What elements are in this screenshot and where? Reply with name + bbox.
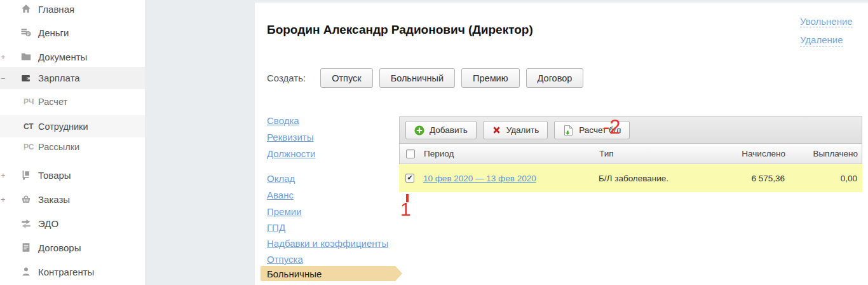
employee-action-links: Увольнение Удаление [800, 16, 853, 46]
row-checkbox[interactable] [405, 174, 414, 183]
svg-text:₽: ₽ [27, 32, 29, 36]
subitem-prefix: РЧ [24, 97, 36, 106]
calc-sick-leave-doc-icon [563, 125, 574, 136]
sidebar-item-glavnaya[interactable]: Главная [0, 0, 145, 20]
col-period: Период [421, 149, 599, 158]
delete-cross-icon [492, 125, 501, 135]
period-link[interactable]: 10 фев 2020 — 13 фев 2020 [423, 174, 536, 183]
submenu-gpd[interactable]: ГПД [267, 222, 285, 233]
goods-cart-icon [20, 169, 32, 181]
dismissal-link[interactable]: Увольнение [800, 16, 853, 27]
expand-plus-icon[interactable]: + [1, 171, 6, 179]
sidebar-subitem-label: Расчет [38, 97, 67, 107]
contracts-document-icon [20, 241, 32, 254]
select-all-checkbox[interactable] [406, 149, 415, 158]
sidebar-item-label: Деньги [38, 27, 69, 38]
sidebar-item-zakazy[interactable]: + Заказы [0, 188, 145, 210]
add-plus-icon [414, 125, 424, 136]
sidebar-item-dengi[interactable]: ₽ Деньги [0, 22, 145, 43]
create-contract-button[interactable]: Договор [526, 68, 584, 88]
submenu-oklad[interactable]: Оклад [267, 173, 295, 184]
table-row[interactable]: 10 фев 2020 — 13 фев 2020 Б/Л заболевани… [399, 164, 862, 192]
app-root: Главная ₽ Деньги + Документы − Зарплата … [0, 0, 868, 285]
sidebar-subitem-raschet[interactable]: РЧ Расчет [0, 91, 145, 113]
sidebar-subitem-label: Сотрудники [38, 122, 88, 132]
submenu-svodka[interactable]: Сводка [267, 115, 299, 126]
sidebar-item-dokumenty[interactable]: + Документы [0, 46, 145, 67]
sidebar: Главная ₽ Деньги + Документы − Зарплата … [0, 0, 145, 285]
sidebar-item-label: Главная [38, 4, 74, 15]
sidebar-item-tovary[interactable]: + Товары [0, 164, 145, 186]
col-type: Тип [599, 149, 712, 158]
sidebar-item-label: ЭДО [38, 218, 58, 229]
subitem-prefix: РС [24, 142, 36, 151]
sidebar-item-label: Зарплата [38, 73, 80, 83]
create-row: Создать: Отпуск Больничный Премию Догово… [267, 68, 590, 88]
table-toolbar: Добавить Удалить Расчет б/л [399, 116, 862, 144]
counterparties-person-icon [20, 265, 32, 278]
orders-basket-icon [20, 193, 32, 205]
create-vacation-button[interactable]: Отпуск [320, 68, 372, 88]
sidebar-item-edo[interactable]: ЭДО [0, 212, 145, 234]
sidebar-subitem-sotrudniki[interactable]: СТ Сотрудники [0, 115, 145, 137]
row-paid: 0,00 [791, 174, 862, 183]
salary-wallet-icon [20, 72, 32, 85]
sidebar-subitem-label: Рассылки [38, 142, 79, 152]
documents-folder-icon [20, 50, 32, 63]
sidebar-item-label: Товары [38, 170, 71, 181]
table-header-row: Период Тип Начислено Выплачено [399, 144, 862, 164]
page-title: Бородин Александр Радионович (Директор) [267, 23, 533, 37]
expand-plus-icon[interactable]: + [1, 195, 6, 204]
delete-button-label: Удалить [506, 125, 539, 135]
submenu-bolnichnye-selected[interactable]: Больничные [261, 266, 395, 281]
sidebar-item-label: Договоры [38, 242, 81, 253]
create-label: Создать: [267, 73, 306, 83]
create-bonus-button[interactable]: Премию [461, 68, 520, 88]
home-icon [20, 3, 32, 15]
sidebar-item-dogovory[interactable]: Договоры [0, 237, 145, 258]
submenu-dolzhnosti[interactable]: Должности [267, 148, 316, 159]
row-type: Б/Л заболевание. [599, 174, 712, 183]
sidebar-item-kontragenty[interactable]: Контрагенты [0, 261, 145, 282]
submenu-otpuska[interactable]: Отпуска [267, 254, 303, 265]
col-paid: Выплачено [792, 149, 863, 158]
row-accrued: 6 575,36 [712, 174, 791, 183]
expand-plus-icon[interactable]: + [1, 53, 6, 61]
add-button[interactable]: Добавить [405, 121, 477, 139]
collapse-minus-icon[interactable]: − [1, 74, 6, 82]
col-accrued: Начислено [712, 149, 792, 158]
submenu-nadbavki[interactable]: Надбавки и коэффициенты [267, 238, 388, 249]
submenu-avans[interactable]: Аванс [267, 190, 294, 200]
sidebar-item-label: Контрагенты [38, 267, 94, 277]
annotation-2: -2 [603, 116, 621, 138]
submenu-premii[interactable]: Премии [267, 206, 302, 217]
edo-exchange-icon [20, 217, 32, 230]
sidebar-subitem-rassylki[interactable]: РС Рассылки [0, 136, 145, 158]
submenu-selected-label: Больничные [267, 268, 322, 279]
sidebar-item-zarplata[interactable]: − Зарплата [0, 67, 145, 89]
delete-button[interactable]: Удалить [483, 121, 548, 139]
create-sickleave-button[interactable]: Больничный [379, 68, 455, 88]
add-button-label: Добавить [430, 125, 468, 135]
money-icon: ₽ [20, 26, 32, 39]
sidebar-item-label: Заказы [38, 194, 70, 205]
subitem-prefix: СТ [24, 122, 36, 131]
submenu-rekvizity[interactable]: Реквизиты [267, 132, 314, 142]
annotation-1: 1 [400, 198, 411, 219]
sidebar-item-label: Документы [38, 52, 87, 62]
deletion-link[interactable]: Удаление [800, 34, 843, 46]
